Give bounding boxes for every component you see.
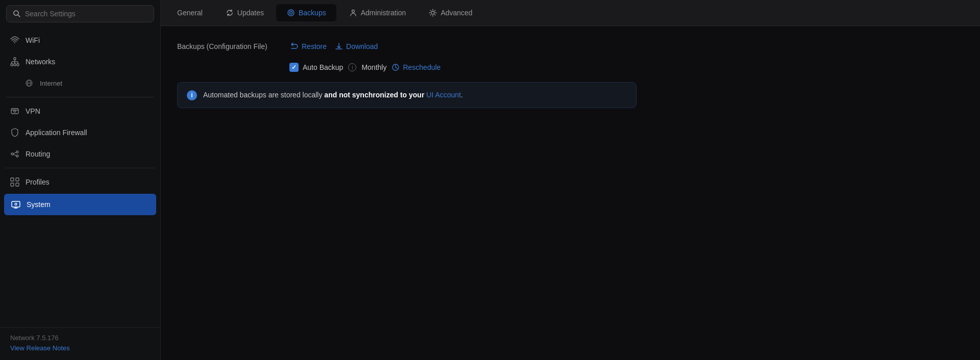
sidebar-item-internet[interactable]: Internet <box>0 72 160 94</box>
svg-rect-6 <box>17 64 19 66</box>
svg-point-2 <box>14 42 15 43</box>
restore-label: Restore <box>302 42 327 50</box>
svg-rect-23 <box>11 178 14 181</box>
networks-icon <box>10 57 19 66</box>
release-notes-link[interactable]: View Release Notes <box>10 344 70 352</box>
svg-line-21 <box>13 152 16 154</box>
svg-line-38 <box>396 67 397 68</box>
info-text-plain: Automated backups are stored locally <box>203 91 324 99</box>
tab-advanced[interactable]: Advanced <box>418 4 482 21</box>
shield-icon <box>10 128 19 137</box>
tab-administration-label: Administration <box>361 9 406 17</box>
routing-icon <box>10 149 19 159</box>
restore-icon <box>290 42 299 50</box>
tab-updates-label: Updates <box>237 9 264 17</box>
auto-backup-label: Auto Backup <box>303 63 343 71</box>
tab-general[interactable]: General <box>167 5 213 21</box>
sidebar-item-label-internet: Internet <box>40 80 62 87</box>
sidebar-item-app-firewall[interactable]: Application Firewall <box>0 122 160 143</box>
download-icon <box>335 42 343 50</box>
sidebar-item-label-wifi: WiFi <box>26 36 40 44</box>
sidebar-item-label-networks: Networks <box>26 58 55 66</box>
svg-point-19 <box>16 151 18 153</box>
sidebar-item-label-system: System <box>27 200 51 209</box>
svg-rect-24 <box>16 178 19 181</box>
svg-rect-25 <box>11 183 14 186</box>
svg-rect-5 <box>14 64 16 66</box>
tab-backups-label: Backups <box>299 9 326 17</box>
info-banner-icon: i <box>187 90 197 100</box>
sidebar-item-label-vpn: VPN <box>26 107 40 115</box>
main-content: General Updates Backups <box>161 0 980 360</box>
search-input[interactable] <box>25 10 148 18</box>
sidebar-item-wifi[interactable]: WiFi <box>0 30 160 51</box>
info-text-end: . <box>461 91 463 99</box>
ui-account-link[interactable]: UI Account <box>426 91 461 99</box>
auto-backup-checkbox-wrapper: Auto Backup <box>289 63 343 72</box>
svg-rect-26 <box>16 183 19 186</box>
sidebar-item-networks[interactable]: Networks <box>0 51 160 72</box>
divider-1 <box>6 97 154 97</box>
tab-bar: General Updates Backups <box>161 0 980 26</box>
sidebar-item-profiles[interactable]: Profiles <box>0 171 160 193</box>
search-icon <box>13 10 21 18</box>
administration-icon <box>349 8 358 17</box>
svg-line-1 <box>18 15 20 17</box>
sidebar-item-vpn[interactable]: VPN <box>0 100 160 122</box>
reschedule-icon <box>391 63 400 71</box>
backups-section-row: Backups (Configuration File) Restore <box>177 40 964 53</box>
restore-button[interactable]: Restore <box>289 40 328 53</box>
auto-backup-checkbox[interactable] <box>289 63 299 72</box>
system-icon <box>11 200 20 209</box>
reschedule-label: Reschedule <box>403 63 440 71</box>
profiles-icon <box>10 177 19 187</box>
svg-line-22 <box>13 155 16 156</box>
updates-icon <box>225 8 234 17</box>
backups-section-label: Backups (Configuration File) <box>177 42 279 50</box>
tab-backups[interactable]: Backups <box>276 4 336 21</box>
svg-rect-27 <box>12 201 20 207</box>
sidebar-item-label-profiles: Profiles <box>26 178 50 186</box>
svg-point-35 <box>431 11 434 14</box>
download-label: Download <box>346 42 378 50</box>
sidebar-item-system[interactable]: System <box>4 194 156 215</box>
action-buttons: Restore Download <box>289 40 379 53</box>
version-label: Network 7.5.176 <box>10 334 150 342</box>
svg-rect-3 <box>14 58 16 60</box>
tab-updates[interactable]: Updates <box>215 4 274 21</box>
tab-administration[interactable]: Administration <box>338 4 416 21</box>
sidebar-item-routing[interactable]: Routing <box>0 143 160 165</box>
sidebar-navigation: WiFi Networks <box>0 28 160 327</box>
search-bar[interactable] <box>6 5 154 22</box>
svg-point-33 <box>290 12 291 13</box>
auto-backup-row: Auto Backup i Monthly Reschedule <box>177 63 964 72</box>
backups-icon <box>286 8 296 17</box>
content-area: Backups (Configuration File) Restore <box>161 26 980 360</box>
vpn-icon <box>10 107 19 116</box>
svg-rect-4 <box>11 64 13 66</box>
monthly-label: Monthly <box>361 63 386 71</box>
globe-icon <box>24 79 34 88</box>
svg-point-34 <box>352 10 354 13</box>
info-text-bold: and not synchronized to your <box>324 91 426 99</box>
sidebar: WiFi Networks <box>0 0 161 360</box>
svg-rect-15 <box>11 109 18 114</box>
reschedule-button[interactable]: Reschedule <box>391 63 440 71</box>
wifi-icon <box>10 36 19 45</box>
download-button[interactable]: Download <box>334 40 379 53</box>
svg-point-18 <box>11 153 13 155</box>
advanced-icon <box>428 8 437 17</box>
info-banner: i Automated backups are stored locally a… <box>177 82 636 108</box>
auto-backup-info-icon[interactable]: i <box>348 63 356 71</box>
info-banner-text: Automated backups are stored locally and… <box>203 90 463 100</box>
svg-point-30 <box>15 203 17 205</box>
divider-2 <box>6 168 154 168</box>
sidebar-item-label-routing: Routing <box>26 150 50 158</box>
sidebar-footer: Network 7.5.176 View Release Notes <box>0 327 160 360</box>
tab-general-label: General <box>177 9 203 17</box>
sidebar-item-label-app-firewall: Application Firewall <box>26 128 87 137</box>
svg-point-20 <box>16 155 18 157</box>
tab-advanced-label: Advanced <box>440 9 472 17</box>
